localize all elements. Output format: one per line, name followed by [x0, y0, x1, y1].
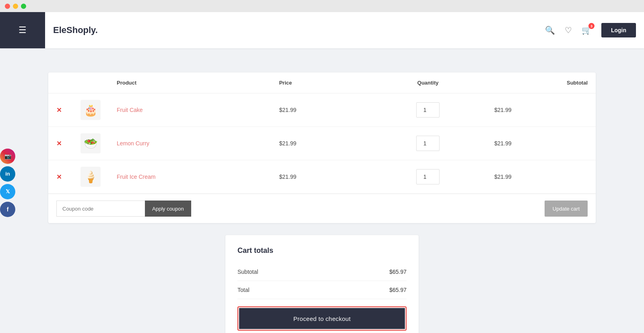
login-button[interactable]: Login [601, 23, 636, 37]
checkout-button-wrapper: Proceed to checkout [237, 306, 407, 331]
product-thumbnail: 🥗 [80, 133, 101, 153]
brand-name: EleShoply. [53, 25, 98, 35]
product-thumbnail: 🎂 [80, 100, 101, 120]
close-button[interactable] [5, 4, 10, 9]
table-row: ✕ 🥗 Lemon Curry $21.99 $21.99 [48, 127, 596, 160]
minimize-button[interactable] [13, 4, 18, 9]
cart-totals: Cart totals Subtotal $65.97 Total $65.97… [225, 235, 419, 333]
total-row: Total $65.97 [237, 281, 407, 299]
hamburger-icon: ☰ [19, 25, 27, 35]
product-subtotal: $21.99 [494, 140, 512, 147]
social-sidebar: 📷 in 𝕏 f [0, 149, 15, 217]
col-product-header: Product [109, 72, 271, 93]
table-header-row: Product Price Quantity Subtotal [48, 72, 596, 93]
product-thumbnail: 🍦 [80, 167, 101, 187]
table-row: ✕ 🎂 Fruit Cake $21.99 $21.99 [48, 93, 596, 127]
cart-totals-wrapper: Cart totals Subtotal $65.97 Total $65.97… [48, 235, 596, 333]
twitter-button[interactable]: 𝕏 [0, 184, 15, 199]
col-remove [48, 72, 72, 93]
heart-icon: ♡ [565, 25, 572, 35]
remove-item-button[interactable]: ✕ [56, 140, 62, 147]
apply-coupon-button[interactable]: Apply coupon [145, 201, 191, 217]
col-quantity-header: Quantity [369, 72, 486, 93]
product-image: 🍦 [84, 170, 98, 184]
product-image: 🎂 [84, 103, 98, 117]
search-button[interactable]: 🔍 [545, 25, 555, 35]
product-image: 🥗 [84, 137, 98, 150]
header-actions: 🔍 ♡ 🛒 3 Login [545, 23, 636, 37]
coupon-row: Apply coupon Update cart [48, 194, 596, 223]
cart-button[interactable]: 🛒 3 [582, 25, 592, 35]
remove-item-button[interactable]: ✕ [56, 173, 62, 181]
col-subtotal-header: Subtotal [486, 72, 596, 93]
quantity-input[interactable] [416, 169, 440, 184]
product-name[interactable]: Fruit Ice Cream [117, 174, 155, 180]
subtotal-value: $65.97 [389, 269, 407, 275]
coupon-section: Apply coupon [56, 201, 191, 217]
linkedin-button[interactable]: in [0, 166, 15, 182]
total-label: Total [237, 287, 250, 293]
product-price: $21.99 [279, 107, 296, 113]
subtotal-label: Subtotal [237, 269, 258, 275]
window-chrome [0, 0, 644, 12]
col-price-header: Price [271, 72, 369, 93]
table-row: ✕ 🍦 Fruit Ice Cream $21.99 $21.99 [48, 160, 596, 194]
remove-item-button[interactable]: ✕ [56, 106, 62, 114]
cart-table-wrapper: Product Price Quantity Subtotal ✕ 🎂 Frui… [48, 72, 596, 223]
sidebar-toggle[interactable]: ☰ [0, 12, 45, 48]
product-price: $21.99 [279, 140, 296, 147]
product-price: $21.99 [279, 174, 296, 180]
header: ☰ EleShoply. 🔍 ♡ 🛒 3 Login [0, 12, 644, 48]
facebook-button[interactable]: f [0, 202, 15, 217]
quantity-input[interactable] [416, 102, 440, 118]
twitter-icon: 𝕏 [6, 188, 10, 194]
cart-table: Product Price Quantity Subtotal ✕ 🎂 Frui… [48, 72, 596, 194]
checkout-button[interactable]: Proceed to checkout [239, 308, 405, 329]
wishlist-button[interactable]: ♡ [565, 25, 572, 35]
cart-badge: 3 [588, 23, 594, 29]
subtotal-row: Subtotal $65.97 [237, 263, 407, 281]
linkedin-icon: in [5, 171, 10, 177]
product-name[interactable]: Lemon Curry [117, 140, 149, 147]
product-name[interactable]: Fruit Cake [117, 107, 143, 113]
maximize-button[interactable] [21, 4, 26, 9]
total-value: $65.97 [389, 287, 407, 293]
search-icon: 🔍 [545, 25, 555, 35]
product-subtotal: $21.99 [494, 107, 512, 113]
product-subtotal: $21.99 [494, 174, 512, 180]
main-content: Product Price Quantity Subtotal ✕ 🎂 Frui… [0, 48, 644, 333]
facebook-icon: f [7, 206, 9, 213]
coupon-input[interactable] [56, 201, 145, 217]
col-image [72, 72, 109, 93]
cart-totals-title: Cart totals [237, 246, 407, 255]
instagram-button[interactable]: 📷 [0, 149, 15, 164]
update-cart-button[interactable]: Update cart [545, 201, 588, 217]
instagram-icon: 📷 [4, 153, 11, 159]
quantity-input[interactable] [416, 136, 440, 151]
